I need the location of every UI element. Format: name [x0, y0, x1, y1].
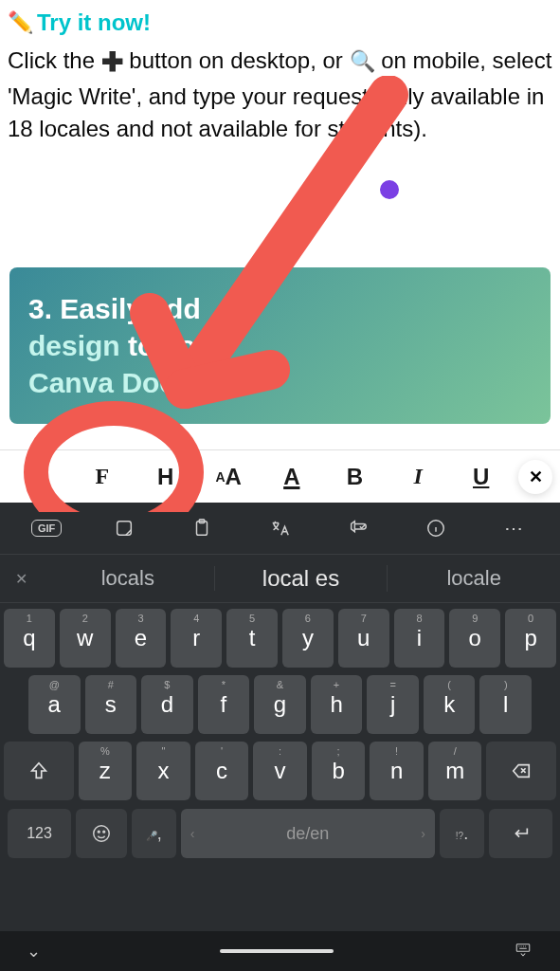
pencil-icon: ✏️ — [8, 10, 33, 35]
magnifier-icon: 🔍 — [350, 47, 375, 77]
spacebar[interactable]: ‹ de/en › — [181, 809, 435, 858]
emoji-key[interactable] — [76, 809, 127, 858]
key-row-1: 1q2w3e4r5t6y7u8i9o0p — [4, 609, 556, 668]
period-key[interactable]: !? . — [440, 809, 484, 858]
key-v[interactable]: :v — [253, 742, 307, 800]
key-b[interactable]: ;b — [312, 742, 366, 800]
key-f[interactable]: *f — [198, 675, 250, 734]
key-d[interactable]: $d — [141, 675, 193, 734]
suggestion-2[interactable]: local es — [215, 565, 388, 592]
svg-rect-1 — [117, 522, 132, 536]
svg-point-6 — [98, 831, 99, 833]
dismiss-suggestions[interactable]: ✕ — [0, 570, 42, 588]
keyboard-collapse-icon[interactable] — [513, 941, 533, 962]
key-i[interactable]: 8i — [394, 609, 445, 668]
format-toolbar: F H AA A B I U ✕ — [0, 449, 560, 503]
shift-key[interactable] — [4, 742, 74, 800]
numeric-key[interactable]: 123 — [8, 809, 71, 858]
key-k[interactable]: (k — [424, 675, 476, 734]
key-h[interactable]: +h — [311, 675, 363, 734]
clipboard-button[interactable] — [181, 518, 223, 539]
bold-button[interactable]: B — [323, 450, 387, 503]
suggestion-3[interactable]: locale — [388, 566, 560, 591]
text-color-button[interactable]: A — [261, 450, 324, 503]
translate-button[interactable] — [259, 518, 300, 539]
heading-button[interactable]: H — [134, 450, 197, 503]
key-g[interactable]: &g — [254, 675, 306, 734]
svg-rect-8 — [516, 944, 530, 951]
key-j[interactable]: =j — [367, 675, 419, 734]
home-handle[interactable] — [220, 949, 334, 953]
plus-icon: ✚ — [101, 44, 123, 81]
try-it-heading[interactable]: ✏️ Try it now! — [8, 9, 552, 36]
underline-button[interactable]: U — [449, 450, 513, 503]
gif-button[interactable]: GIF — [26, 520, 67, 537]
suggestion-bar: ✕ locals local es locale — [0, 554, 560, 603]
font-button[interactable]: F — [71, 450, 135, 503]
cursor-dot — [380, 180, 399, 199]
key-a[interactable]: @a — [28, 675, 81, 734]
key-p[interactable]: 0p — [505, 609, 556, 668]
autocorrect-button[interactable] — [337, 518, 379, 539]
font-size-button[interactable]: AA — [197, 450, 261, 503]
info-button[interactable] — [415, 518, 457, 539]
document-content: ✏️ Try it now! Click the ✚ button on des… — [0, 0, 560, 154]
key-n[interactable]: !n — [370, 742, 424, 800]
suggestion-1[interactable]: locals — [42, 566, 215, 591]
key-y[interactable]: 6y — [282, 609, 334, 668]
key-r[interactable]: 4r — [171, 609, 222, 668]
italic-button[interactable]: I — [387, 450, 450, 503]
key-e[interactable]: 3e — [116, 609, 167, 668]
key-x[interactable]: "x — [136, 742, 190, 800]
nav-down-icon[interactable]: ⌄ — [27, 941, 41, 962]
backspace-key[interactable] — [486, 742, 556, 800]
key-row-2: @a#s$d*f&g+h=j(k)l — [4, 675, 556, 734]
key-c[interactable]: 'c — [195, 742, 249, 800]
key-q[interactable]: 1q — [4, 609, 55, 668]
keyboard: GIF ⋯ ✕ locals local es locale 1q2w3e4r5… — [0, 503, 560, 971]
more-button[interactable]: ⋯ — [493, 517, 534, 540]
close-toolbar-button[interactable]: ✕ — [518, 460, 552, 494]
key-rows: 1q2w3e4r5t6y7u8i9o0p @a#s$d*f&g+h=j(k)l … — [0, 603, 560, 931]
svg-point-7 — [103, 831, 105, 833]
instruction-text: Click the ✚ button on desktop, or 🔍 on m… — [8, 44, 552, 144]
key-w[interactable]: 2w — [60, 609, 111, 668]
heading-text: Try it now! — [37, 9, 151, 36]
key-m[interactable]: /m — [428, 742, 482, 800]
key-z[interactable]: %z — [79, 742, 133, 800]
keyboard-toolbar: GIF ⋯ — [0, 503, 560, 554]
nav-bar: ⌄ — [0, 931, 560, 971]
sticker-button[interactable] — [103, 518, 145, 539]
card-title: 3. Easily add design to your Canva Doc — [28, 290, 532, 401]
chevron-left-icon: ‹ — [190, 826, 195, 841]
key-row-3: %z"x'c:v;b!n/m — [4, 742, 556, 800]
key-row-bottom: 123 🎤 , ‹ de/en › !? . — [4, 808, 556, 865]
enter-key[interactable] — [489, 809, 552, 858]
design-card[interactable]: 3. Easily add design to your Canva Doc — [9, 267, 551, 424]
chevron-right-icon: › — [421, 826, 425, 841]
key-l[interactable]: )l — [479, 675, 532, 734]
magic-write-button[interactable] — [8, 450, 71, 503]
comma-key[interactable]: 🎤 , — [132, 809, 176, 858]
key-u[interactable]: 7u — [338, 609, 389, 668]
key-o[interactable]: 9o — [449, 609, 500, 668]
key-s[interactable]: #s — [85, 675, 137, 734]
svg-point-5 — [94, 826, 110, 842]
key-t[interactable]: 5t — [226, 609, 278, 668]
